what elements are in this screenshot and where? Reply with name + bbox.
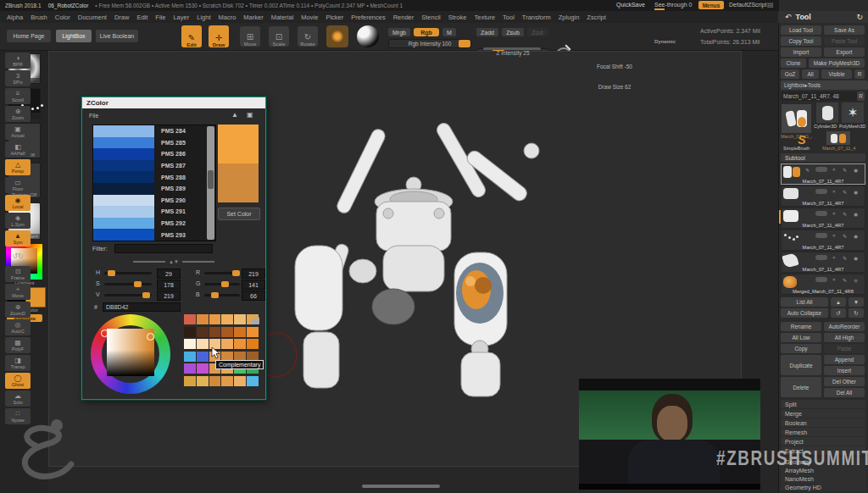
- pms-row[interactable]: PMS 291: [93, 206, 215, 218]
- menu-color[interactable]: Color: [55, 14, 70, 21]
- menu-layer[interactable]: Layer: [173, 14, 189, 21]
- paste-tool-button[interactable]: Paste Tool: [824, 36, 865, 46]
- active-tool-thumbnail[interactable]: [781, 103, 812, 134]
- palette-lock-icon[interactable]: [252, 316, 260, 324]
- pms-row[interactable]: PMS 290: [93, 195, 215, 207]
- saturation-slider[interactable]: [104, 283, 152, 285]
- panel-cycle-icon[interactable]: ↻: [856, 13, 863, 21]
- palette-swatch[interactable]: [184, 314, 196, 324]
- polymesh3d-thumbnail[interactable]: ✶: [841, 102, 865, 124]
- quicksave-button[interactable]: QuickSave: [616, 2, 645, 8]
- live-boolean-button[interactable]: Live Boolean: [96, 30, 138, 42]
- persp-button[interactable]: △Persp: [5, 159, 31, 175]
- lightbox-tools-button[interactable]: Lightbox▸Tools: [781, 80, 868, 90]
- pms-row[interactable]: PMS 293: [93, 229, 215, 241]
- rgb-intensity-slider[interactable]: Rgb Intensity 100: [388, 39, 471, 48]
- hue-value[interactable]: 29: [157, 269, 181, 279]
- pms-row[interactable]: PMS 285: [93, 137, 215, 149]
- save-as-button[interactable]: Save As: [824, 25, 865, 35]
- menu-brush[interactable]: Brush: [31, 14, 47, 21]
- pms-row[interactable]: PMS 288: [93, 171, 215, 183]
- visibility-eye-icon[interactable]: ◉: [854, 167, 858, 173]
- subtool-row[interactable]: × ✎ ◉ Merged_March_07_11_4R8: [781, 274, 865, 295]
- split-section[interactable]: Split: [781, 400, 865, 408]
- frame-button[interactable]: ⊡Frame: [5, 266, 31, 282]
- palette-swatch[interactable]: [197, 314, 209, 324]
- del-other-button[interactable]: Del Other: [824, 377, 865, 386]
- lightbox-button[interactable]: LightBox: [56, 30, 92, 42]
- green-value[interactable]: 141: [242, 280, 265, 290]
- move-3d-button[interactable]: +Move: [5, 284, 31, 300]
- blue-slider[interactable]: [204, 294, 240, 296]
- zcolor-file-menu[interactable]: File: [89, 113, 98, 119]
- zoom3d-button[interactable]: ⊕ZoomD: [5, 302, 31, 318]
- goz-visible-button[interactable]: Visible: [821, 69, 852, 79]
- visibility-eye-icon[interactable]: ◉: [854, 233, 858, 239]
- list-all-button[interactable]: List All: [781, 297, 828, 307]
- edit-button[interactable]: ✎Edit: [181, 25, 202, 47]
- make-polymesh3d-button[interactable]: Make PolyMesh3D: [809, 58, 865, 68]
- pill-toggle[interactable]: [815, 277, 827, 282]
- solo-button[interactable]: ☁Solo: [5, 391, 31, 407]
- filter-input[interactable]: [114, 244, 213, 253]
- green-slider[interactable]: [204, 283, 240, 285]
- del-all-button[interactable]: Del All: [824, 388, 865, 397]
- scale-button[interactable]: ⊡Scale: [269, 26, 289, 47]
- saturation-value[interactable]: 178: [157, 280, 181, 290]
- polyf-button[interactable]: ▦PolyF: [5, 337, 31, 353]
- green-slider-thumb[interactable]: [221, 281, 229, 287]
- goz-all-button[interactable]: All: [802, 69, 819, 79]
- export-button[interactable]: Export: [824, 47, 865, 57]
- sym-button[interactable]: ▲Sym: [5, 230, 31, 246]
- menu-stencil[interactable]: Stencil: [421, 14, 441, 21]
- clone-button[interactable]: Clone: [781, 58, 806, 68]
- pill-toggle[interactable]: [815, 233, 827, 238]
- load-tool-button[interactable]: Load Tool: [781, 25, 821, 35]
- menus-button[interactable]: Menus: [698, 1, 724, 9]
- hex-input[interactable]: DB8D42: [103, 302, 181, 312]
- rename-button[interactable]: Rename: [781, 322, 821, 331]
- rgb-button[interactable]: Rgb: [414, 28, 439, 36]
- draw-button[interactable]: ✛Draw: [209, 25, 229, 47]
- canvas-h-scrollbar[interactable]: [362, 485, 440, 488]
- collapse-handle[interactable]: ▲▼: [108, 259, 240, 264]
- dynamic-toggle[interactable]: Dynamic: [654, 39, 676, 44]
- brush-toggle-icon[interactable]: ✎: [843, 233, 847, 239]
- current-brush-button[interactable]: [326, 25, 348, 47]
- menu-tool[interactable]: Tool: [503, 14, 515, 21]
- tool-slider-r-button[interactable]: R: [857, 91, 865, 101]
- palette-swatch[interactable]: [234, 327, 246, 337]
- pms-row[interactable]: PMS 289: [93, 183, 215, 195]
- palette-swatch[interactable]: [247, 339, 259, 349]
- all-high-button[interactable]: All High: [824, 333, 865, 342]
- menu-alpha[interactable]: Alpha: [7, 14, 23, 21]
- boolean-section[interactable]: Boolean: [781, 418, 865, 427]
- move-button[interactable]: ⊞Move: [240, 26, 260, 47]
- tool-thumbnail[interactable]: [826, 130, 851, 146]
- pill-toggle[interactable]: [815, 167, 827, 172]
- pms-row[interactable]: PMS 286: [93, 148, 215, 160]
- pms-list-scrollbar-thumb[interactable]: [208, 170, 214, 189]
- brush-toggle-icon[interactable]: ✎: [843, 255, 847, 261]
- copy-subtool-button[interactable]: Copy: [781, 344, 821, 353]
- menu-edit[interactable]: Edit: [136, 14, 147, 21]
- palette-swatch[interactable]: [184, 363, 196, 374]
- palette-swatch[interactable]: [209, 376, 221, 386]
- visibility-eye-icon[interactable]: ◉: [854, 189, 858, 195]
- home-page-button[interactable]: Home Page: [7, 30, 51, 42]
- ghost-button[interactable]: ◯Ghost: [5, 373, 31, 389]
- pill-toggle[interactable]: [815, 255, 827, 260]
- subtool-row[interactable]: × ✎ ◉ March_07_11_4R7: [781, 230, 865, 251]
- zadd-button[interactable]: Zadd: [476, 28, 498, 36]
- cylinder3d-thumbnail[interactable]: [815, 102, 839, 124]
- palette-swatch[interactable]: [234, 376, 246, 386]
- spix-slider[interactable]: 3SPix: [5, 70, 31, 86]
- subtool-down-button[interactable]: ▼: [849, 297, 864, 307]
- red-slider[interactable]: [204, 272, 240, 274]
- zcut-button[interactable]: Zcut: [527, 28, 548, 36]
- subtool-row[interactable]: × ✎ ◉ March_07_11_4R7: [781, 252, 865, 273]
- visibility-eye-icon[interactable]: ◉: [854, 255, 858, 261]
- append-button[interactable]: Append: [824, 355, 865, 364]
- zoom-button[interactable]: ⊕Zoom: [5, 106, 31, 122]
- project-section[interactable]: Project: [781, 437, 865, 446]
